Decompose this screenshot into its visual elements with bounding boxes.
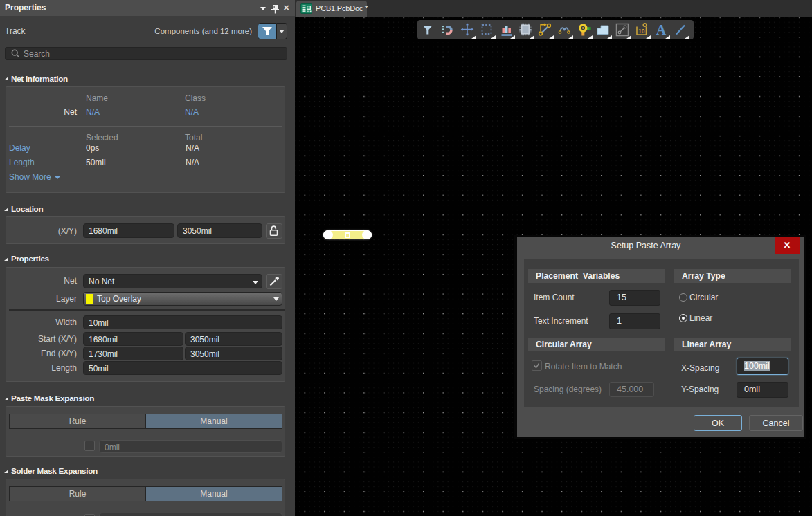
svg-text:10: 10 (638, 28, 645, 35)
